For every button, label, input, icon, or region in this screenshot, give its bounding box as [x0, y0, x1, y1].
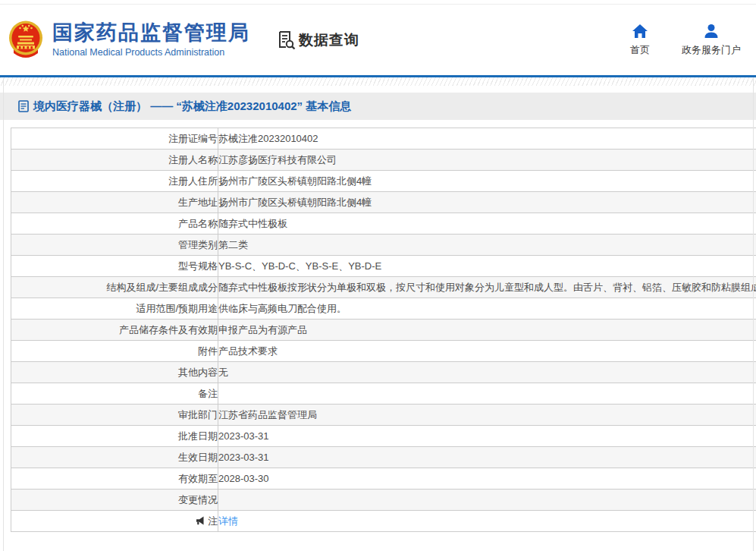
table-row: 注册人名称江苏彦扬医疗科技有限公司: [11, 150, 756, 171]
row-label: 有效期至: [11, 468, 218, 490]
row-value: 随弃式中性极板: [218, 213, 756, 235]
brand-text: 国家药品监督管理局 National Medical Products Admi…: [52, 22, 250, 58]
row-value: 2023-03-31: [218, 426, 756, 447]
row-value: [218, 490, 756, 511]
row-label: 其他内容: [11, 362, 218, 383]
table-row: 其他内容无: [11, 362, 756, 383]
site-header: 国家药品监督管理局 National Medical Products Admi…: [0, 5, 756, 75]
row-value: YB-S-C、YB-D-C、YB-S-E、YB-D-E: [218, 256, 756, 277]
row-value: 2023-03-31: [218, 447, 756, 468]
site-title-cn: 国家药品监督管理局: [52, 22, 250, 45]
data-query-label: 数据查询: [299, 30, 359, 50]
row-label: 变更情况: [11, 490, 218, 511]
row-label: 结构及组成/主要组成成分: [11, 277, 218, 298]
row-label: 产品储存条件及有效期: [11, 320, 218, 341]
row-label: 注: [11, 511, 218, 532]
hatch-strip: [0, 77, 756, 86]
row-label: 生效日期: [11, 447, 218, 468]
row-value: 申报产品为有源产品: [218, 320, 756, 341]
row-value: 扬州市广陵区头桥镇朝阳路北侧4幢: [218, 171, 756, 192]
table-row: 适用范围/预期用途供临床与高频电刀配合使用。: [11, 298, 756, 320]
table-row: 生效日期2023-03-31: [11, 447, 756, 468]
row-label: 生产地址: [11, 192, 218, 213]
table-row: 注册人住所扬州市广陵区头桥镇朝阳路北侧4幢: [11, 171, 756, 192]
page-right-border: [753, 78, 754, 551]
nav-home[interactable]: 首页: [630, 24, 650, 57]
table-row: 批准日期2023-03-31: [11, 426, 756, 447]
row-label: 审批部门: [11, 405, 218, 426]
nav-gov-portal-label: 政务服务门户: [682, 43, 741, 57]
row-value: [218, 383, 756, 405]
row-label: 批准日期: [11, 426, 218, 447]
nav-gov-portal[interactable]: 政务服务门户: [682, 24, 741, 57]
content: 境内医疗器械（注册） —— “苏械注准20232010402” 基本信息 注册证…: [0, 93, 756, 532]
top-nav: 首页 政务服务门户: [630, 24, 741, 57]
row-label: 附件: [11, 341, 218, 362]
table-row: 产品储存条件及有效期申报产品为有源产品: [11, 320, 756, 341]
row-value: 第二类: [218, 235, 756, 256]
table-row: 审批部门江苏省药品监督管理局: [11, 405, 756, 426]
row-label: 注册人住所: [11, 171, 218, 192]
detail-link[interactable]: 详情: [218, 515, 238, 527]
table-row: 变更情况: [11, 490, 756, 511]
row-value: 江苏省药品监督管理局: [218, 405, 756, 426]
row-label: 备注: [11, 383, 218, 405]
table-row: 生产地址扬州市广陵区头桥镇朝阳路北侧4幢: [11, 192, 756, 213]
home-icon: [632, 24, 648, 39]
row-label: 注册人名称: [11, 150, 218, 171]
page-left-border: [3, 78, 4, 551]
table-row: 注册证编号苏械注准20232010402: [11, 128, 756, 150]
row-value: 扬州市广陵区头桥镇朝阳路北侧4幢: [218, 192, 756, 213]
row-value: 产品技术要求: [218, 341, 756, 362]
row-label: 管理类别: [11, 235, 218, 256]
data-query-button[interactable]: 数据查询: [276, 30, 359, 50]
table-row: 结构及组成/主要组成成分随弃式中性极板按形状分为单极和双极，按尺寸和使用对象分为…: [11, 277, 756, 298]
table-row: 附件产品技术要求: [11, 341, 756, 362]
row-value: 2028-03-30: [218, 468, 756, 490]
table-row: 注详情: [11, 511, 756, 532]
table-row: 备注: [11, 383, 756, 405]
row-value: 随弃式中性极板按形状分为单极和双极，按尺寸和使用对象分为儿童型和成人型。由舌片、…: [218, 277, 756, 298]
brand[interactable]: 国家药品监督管理局 National Medical Products Admi…: [8, 20, 250, 60]
document-icon: [18, 100, 29, 112]
row-value: 苏械注准20232010402: [218, 128, 756, 150]
row-value: 江苏彦扬医疗科技有限公司: [218, 150, 756, 171]
row-label: 产品名称: [11, 213, 218, 235]
site-title-en: National Medical Products Administration: [52, 47, 250, 58]
table-row: 有效期至2028-03-30: [11, 468, 756, 490]
note-icon: [196, 516, 205, 525]
data-query-icon: [276, 30, 296, 50]
user-icon: [703, 24, 720, 39]
row-value: 详情: [218, 511, 756, 532]
nav-home-label: 首页: [630, 43, 650, 57]
row-label: 型号规格: [11, 256, 218, 277]
table-row: 型号规格YB-S-C、YB-D-C、YB-S-E、YB-D-E: [11, 256, 756, 277]
row-label: 适用范围/预期用途: [11, 298, 218, 320]
national-emblem-logo: [8, 20, 44, 60]
row-value: 供临床与高频电刀配合使用。: [218, 298, 756, 320]
table-row: 产品名称随弃式中性极板: [11, 213, 756, 235]
page-title: 境内医疗器械（注册） —— “苏械注准20232010402” 基本信息: [33, 99, 351, 114]
page-title-band: 境内医疗器械（注册） —— “苏械注准20232010402” 基本信息: [0, 93, 756, 120]
row-label: 注册证编号: [11, 128, 218, 150]
info-table: 注册证编号苏械注准20232010402注册人名称江苏彦扬医疗科技有限公司注册人…: [11, 128, 756, 532]
row-value: 无: [218, 362, 756, 383]
table-row: 管理类别第二类: [11, 235, 756, 256]
